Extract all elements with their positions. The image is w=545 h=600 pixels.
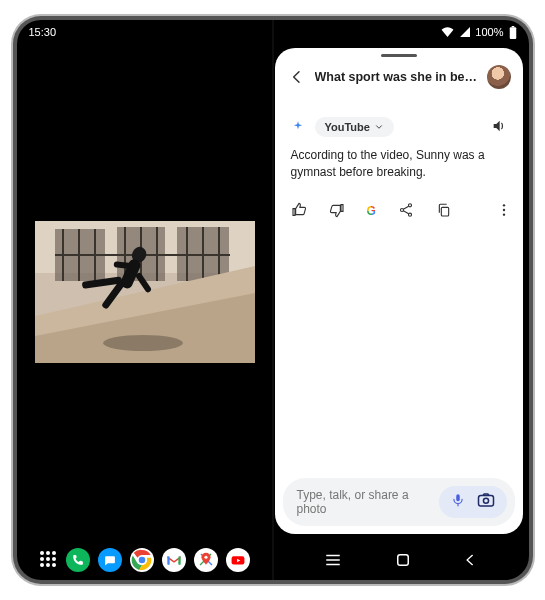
input-placeholder: Type, talk, or share a photo	[297, 488, 431, 516]
back-button[interactable]	[287, 67, 307, 87]
battery-text: 100%	[475, 26, 503, 38]
more-button[interactable]	[496, 202, 512, 221]
sparkle-icon	[291, 120, 305, 134]
youtube-app-icon[interactable]	[226, 548, 250, 572]
thumbs-up-button[interactable]	[291, 202, 307, 221]
panel-header: What sport was she in befo...	[275, 59, 523, 101]
battery-icon	[509, 26, 517, 39]
nav-recents-button[interactable]	[324, 553, 342, 567]
dock	[17, 548, 273, 572]
svg-point-35	[483, 498, 488, 503]
clock-text: 15:30	[29, 26, 57, 38]
signal-icon	[459, 27, 470, 37]
video-frame[interactable]	[35, 221, 255, 363]
svg-point-44	[204, 556, 207, 559]
input-actions-pill	[439, 486, 507, 518]
source-chip[interactable]: YouTube	[315, 117, 394, 137]
svg-rect-33	[456, 494, 460, 501]
svg-rect-42	[178, 556, 180, 564]
chrome-app-icon[interactable]	[130, 548, 154, 572]
share-button[interactable]	[398, 202, 414, 221]
svg-rect-1	[511, 26, 514, 27]
panel-body: YouTube According to the video, Sunny wa…	[275, 101, 523, 470]
input-bar[interactable]: Type, talk, or share a photo	[283, 478, 515, 526]
phone-app-icon[interactable]	[66, 548, 90, 572]
volume-button[interactable]	[491, 118, 507, 137]
query-title: What sport was she in befo...	[315, 70, 479, 84]
svg-rect-41	[167, 556, 169, 564]
svg-point-25	[103, 335, 183, 351]
svg-point-28	[408, 213, 411, 216]
system-nav	[273, 551, 529, 569]
svg-point-30	[503, 204, 505, 206]
svg-rect-0	[509, 27, 516, 39]
device-frame: 15:30 100%	[17, 20, 529, 580]
svg-point-40	[163, 550, 183, 570]
google-search-button[interactable]: G	[367, 203, 376, 219]
nav-back-button[interactable]	[463, 552, 477, 568]
apps-button[interactable]	[40, 551, 58, 569]
svg-rect-34	[478, 496, 493, 507]
svg-rect-29	[441, 207, 448, 216]
drag-handle[interactable]	[381, 54, 417, 57]
wifi-icon	[441, 27, 454, 37]
source-chip-label: YouTube	[325, 121, 370, 133]
svg-point-27	[400, 208, 403, 211]
gmail-app-icon[interactable]	[162, 548, 186, 572]
svg-point-31	[503, 209, 505, 211]
nav-home-button[interactable]	[394, 551, 412, 569]
action-row: G	[291, 202, 507, 221]
assistant-pane: What sport was she in befo... YouTube	[273, 44, 529, 540]
copy-button[interactable]	[436, 202, 452, 221]
split-content: What sport was she in befo... YouTube	[17, 44, 529, 540]
maps-app-icon[interactable]	[194, 548, 218, 572]
nav-bar	[17, 540, 529, 580]
video-pane	[17, 44, 273, 540]
messages-app-icon[interactable]	[98, 548, 122, 572]
thumbs-down-button[interactable]	[329, 202, 345, 221]
svg-point-26	[408, 204, 411, 207]
status-bar: 15:30 100%	[17, 20, 529, 44]
chip-row: YouTube	[291, 117, 507, 137]
user-avatar[interactable]	[487, 65, 511, 89]
mic-button[interactable]	[451, 492, 465, 512]
camera-button[interactable]	[477, 492, 495, 512]
status-right: 100%	[441, 26, 516, 39]
assistant-answer: According to the video, Sunny was a gymn…	[291, 147, 507, 182]
svg-point-32	[503, 213, 505, 215]
svg-rect-50	[397, 555, 408, 566]
assistant-panel: What sport was she in befo... YouTube	[275, 48, 523, 534]
chevron-down-icon	[374, 122, 384, 132]
